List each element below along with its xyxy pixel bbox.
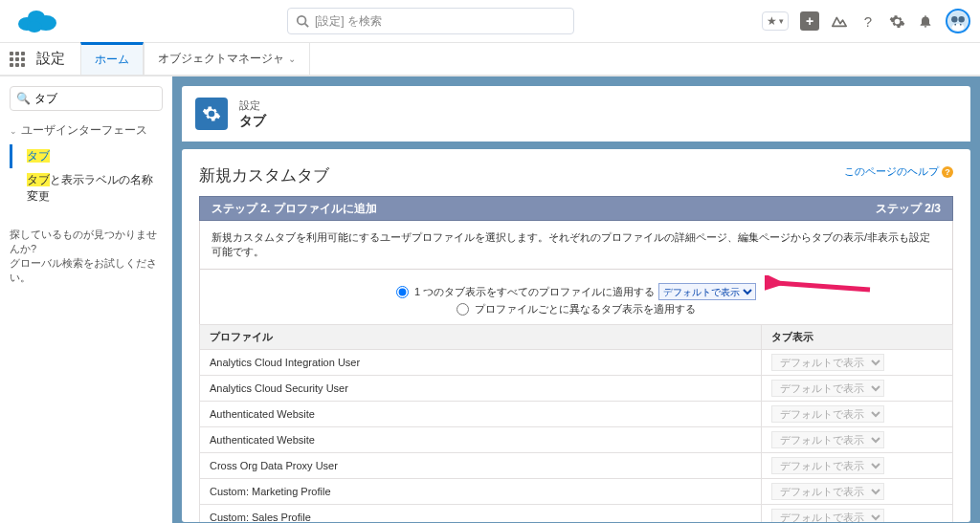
step-counter: ステップ 2/3 bbox=[876, 201, 941, 217]
global-search[interactable]: [設定] を検索 bbox=[287, 8, 574, 34]
tab-visibility-cell: デフォルトで表示 bbox=[762, 453, 953, 479]
search-icon bbox=[296, 14, 309, 28]
setup-sidebar: 🔍 ⌄ユーザインターフェース タブ タブと表示ラベルの名称変更 探しているものが… bbox=[0, 76, 172, 523]
notifications-icon[interactable] bbox=[917, 12, 934, 30]
table-row: Analytics Cloud Integration Userデフォルトで表示 bbox=[200, 350, 953, 376]
page-body: このページのヘルプ ? 新規カスタムタブ ステップ 2. プロファイルに追加 ス… bbox=[182, 149, 970, 522]
step-bar: ステップ 2. プロファイルに追加 ステップ 2/3 bbox=[199, 196, 953, 221]
main-panel: 設定 タブ このページのヘルプ ? 新規カスタムタブ ステップ 2. プロファイ… bbox=[172, 76, 980, 523]
page-header: 設定 タブ bbox=[182, 86, 970, 142]
tab-visibility-cell: デフォルトで表示 bbox=[762, 350, 953, 376]
radio-apply-all-label: 1 つのタブ表示をすべてのプロファイルに適用する bbox=[414, 285, 655, 299]
profile-name-cell: Cross Org Data Proxy User bbox=[200, 453, 762, 479]
row-visibility-select: デフォルトで表示 bbox=[771, 483, 884, 500]
svg-point-8 bbox=[958, 16, 964, 22]
profiles-table: プロファイル タブ表示 Analytics Cloud Integration … bbox=[199, 324, 953, 522]
radio-apply-all[interactable] bbox=[396, 286, 409, 298]
search-placeholder: [設定] を検索 bbox=[315, 13, 382, 30]
tab-visibility-cell: デフォルトで表示 bbox=[762, 402, 953, 427]
salesforce-logo bbox=[15, 7, 57, 35]
profile-name-cell: Authenticated Website bbox=[200, 427, 762, 453]
help-badge-icon: ? bbox=[942, 166, 953, 178]
tree-item-tabs[interactable]: タブ bbox=[10, 144, 163, 168]
profile-name-cell: Analytics Cloud Integration User bbox=[200, 350, 762, 376]
setup-gear-badge bbox=[195, 98, 228, 130]
table-row: Custom: Sales Profileデフォルトで表示 bbox=[200, 505, 953, 523]
col-tab-visibility: タブ表示 bbox=[762, 325, 953, 350]
top-right-icons: ★ ▾ + ? bbox=[762, 9, 970, 33]
favorites-button[interactable]: ★ ▾ bbox=[762, 11, 789, 31]
table-row: Cross Org Data Proxy Userデフォルトで表示 bbox=[200, 453, 953, 479]
breadcrumb: 設定 bbox=[239, 98, 266, 113]
tree-item-rename-tabs[interactable]: タブと表示ラベルの名称変更 bbox=[10, 168, 163, 208]
chevron-down-icon: ⌄ bbox=[10, 126, 17, 136]
row-visibility-select: デフォルトで表示 bbox=[771, 509, 884, 522]
profile-name-cell: Analytics Cloud Security User bbox=[200, 376, 762, 402]
svg-line-5 bbox=[305, 24, 309, 28]
profile-name-cell: Custom: Marketing Profile bbox=[200, 479, 762, 505]
svg-point-10 bbox=[954, 24, 956, 26]
help-icon[interactable]: ? bbox=[859, 12, 877, 30]
default-visibility-select[interactable]: デフォルトで表示 bbox=[658, 283, 756, 300]
step-label: ステップ 2. プロファイルに追加 bbox=[212, 201, 377, 217]
tab-home[interactable]: ホーム bbox=[80, 42, 144, 75]
tab-visibility-cell: デフォルトで表示 bbox=[762, 479, 953, 505]
user-avatar[interactable] bbox=[946, 9, 970, 33]
page-title: タブ bbox=[239, 113, 266, 130]
table-row: Custom: Marketing Profileデフォルトで表示 bbox=[200, 479, 953, 505]
profile-name-cell: Custom: Sales Profile bbox=[200, 505, 762, 523]
tree-group-ui[interactable]: ⌄ユーザインターフェース bbox=[10, 122, 163, 139]
card-title: 新規カスタムタブ bbox=[199, 164, 953, 186]
page-help-link[interactable]: このページのヘルプ ? bbox=[844, 164, 953, 179]
tab-visibility-cell: デフォルトで表示 bbox=[762, 505, 953, 523]
sidebar-help-text: 探しているものが見つかりませんか? グローバル検索をお試しください。 bbox=[10, 228, 163, 285]
app-launcher-icon[interactable] bbox=[10, 52, 25, 67]
nav-bar: 設定 ホーム オブジェクトマネージャ⌄ bbox=[0, 42, 980, 76]
table-row: Authenticated Websiteデフォルトで表示 bbox=[200, 402, 953, 427]
quick-find-text[interactable] bbox=[34, 92, 156, 105]
tab-visibility-cell: デフォルトで表示 bbox=[762, 376, 953, 402]
svg-point-3 bbox=[27, 21, 42, 33]
row-visibility-select: デフォルトで表示 bbox=[771, 431, 884, 448]
row-visibility-select: デフォルトで表示 bbox=[771, 380, 884, 397]
svg-point-9 bbox=[952, 24, 965, 31]
svg-point-4 bbox=[298, 16, 306, 25]
tab-visibility-cell: デフォルトで表示 bbox=[762, 427, 953, 453]
row-visibility-select: デフォルトで表示 bbox=[771, 354, 884, 371]
radio-apply-each[interactable] bbox=[457, 303, 469, 316]
top-bar: [設定] を検索 ★ ▾ + ? bbox=[0, 0, 980, 42]
app-name: 設定 bbox=[36, 50, 65, 68]
svg-point-11 bbox=[960, 24, 962, 26]
visibility-options: 1 つのタブ表示をすべてのプロファイルに適用する デフォルトで表示 プロファイル… bbox=[199, 270, 953, 324]
row-visibility-select: デフォルトで表示 bbox=[771, 457, 884, 474]
row-visibility-select: デフォルトで表示 bbox=[771, 405, 884, 423]
col-profile: プロファイル bbox=[200, 325, 762, 350]
setup-gear-icon[interactable] bbox=[888, 12, 905, 30]
add-button[interactable]: + bbox=[800, 11, 819, 31]
svg-point-7 bbox=[951, 16, 957, 22]
radio-apply-each-label: プロファイルごとに異なるタブ表示を適用する bbox=[475, 302, 696, 316]
table-row: Analytics Cloud Security Userデフォルトで表示 bbox=[200, 376, 953, 402]
chevron-down-icon: ⌄ bbox=[288, 54, 296, 64]
step-description: 新規カスタムタブを利用可能にするユーザプロファイルを選択します。それぞれのプロフ… bbox=[199, 221, 953, 270]
table-row: Authenticated Websiteデフォルトで表示 bbox=[200, 427, 953, 453]
quick-find-input[interactable]: 🔍 bbox=[10, 86, 163, 111]
trailhead-icon[interactable] bbox=[831, 12, 848, 30]
tab-object-manager[interactable]: オブジェクトマネージャ⌄ bbox=[144, 43, 310, 75]
profile-name-cell: Authenticated Website bbox=[200, 402, 762, 427]
